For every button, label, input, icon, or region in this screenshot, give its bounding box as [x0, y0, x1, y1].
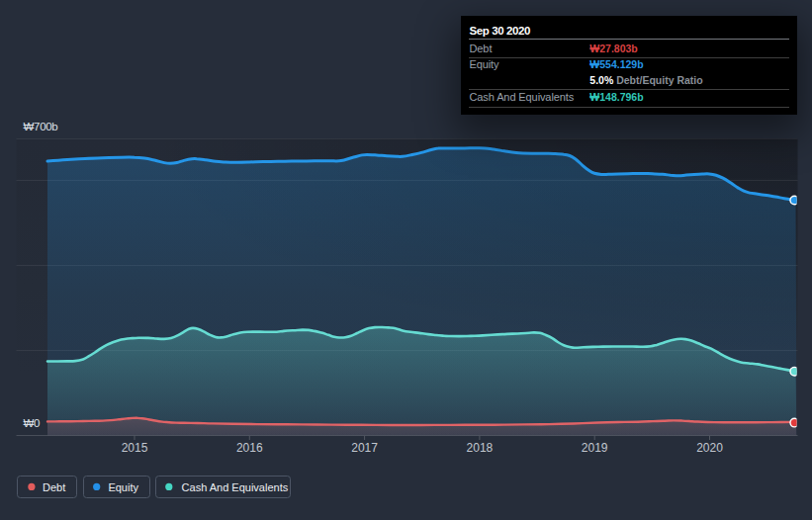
svg-text:₩0: ₩0 [24, 417, 41, 429]
svg-text:Cash And Equivalents: Cash And Equivalents [182, 481, 289, 493]
svg-text:2015: 2015 [122, 441, 148, 455]
svg-text:₩700b: ₩700b [24, 121, 58, 132]
svg-text:2020: 2020 [696, 441, 723, 455]
svg-text:Equity: Equity [108, 481, 138, 493]
svg-text:2016: 2016 [236, 441, 263, 455]
svg-text:2018: 2018 [467, 441, 494, 455]
svg-text:Debt: Debt [43, 481, 65, 493]
svg-text:2019: 2019 [582, 441, 608, 455]
svg-text:2017: 2017 [351, 441, 378, 455]
